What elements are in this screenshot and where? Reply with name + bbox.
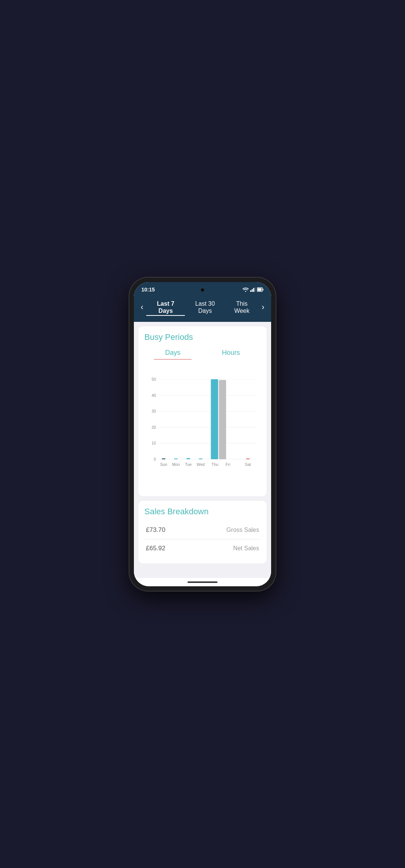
- net-sales-row: £65.92 Net Sales: [144, 539, 261, 557]
- nav-header: ‹ Last 7 Days Last 30 Days This Week ›: [134, 294, 271, 322]
- signal-icon: [250, 287, 255, 292]
- bar-chart: 50 40 30 20 10 0: [144, 363, 261, 490]
- svg-rect-19: [162, 458, 166, 459]
- nav-right-arrow[interactable]: ›: [259, 301, 267, 314]
- status-icons: [243, 287, 264, 292]
- gross-sales-row: £73.70 Gross Sales: [144, 521, 261, 539]
- chart-tabs: Days Hours: [144, 347, 261, 360]
- svg-rect-24: [219, 380, 226, 459]
- svg-text:Sat: Sat: [245, 462, 251, 467]
- svg-text:50: 50: [152, 377, 156, 381]
- svg-rect-23: [211, 379, 218, 459]
- gross-sales-value: £73.70: [146, 526, 165, 534]
- chart-tab-days[interactable]: Days: [154, 347, 192, 360]
- svg-rect-1: [252, 289, 253, 292]
- svg-rect-2: [253, 288, 254, 292]
- svg-text:Fri: Fri: [226, 462, 230, 467]
- phone-screen: 10:15: [134, 282, 271, 586]
- chart-container: 50 40 30 20 10 0: [144, 363, 261, 490]
- status-bar: 10:15: [134, 282, 271, 294]
- tab-thisweek[interactable]: This Week: [225, 299, 258, 316]
- home-indicator: [134, 578, 271, 586]
- busy-periods-title: Busy Periods: [144, 332, 261, 342]
- svg-rect-5: [258, 288, 262, 291]
- svg-rect-3: [255, 287, 255, 292]
- svg-text:40: 40: [152, 393, 156, 397]
- nav-left-arrow[interactable]: ‹: [138, 301, 146, 314]
- chart-tab-hours[interactable]: Hours: [211, 347, 251, 360]
- svg-text:10: 10: [152, 441, 156, 445]
- svg-rect-21: [186, 458, 190, 459]
- sales-breakdown-title: Sales Breakdown: [144, 507, 261, 517]
- gross-sales-label: Gross Sales: [226, 527, 259, 533]
- battery-icon: [257, 287, 264, 292]
- net-sales-value: £65.92: [146, 545, 165, 552]
- svg-rect-22: [199, 458, 202, 459]
- svg-text:Mon: Mon: [172, 462, 180, 467]
- svg-rect-6: [263, 289, 264, 290]
- svg-text:20: 20: [152, 425, 156, 429]
- svg-rect-0: [250, 290, 251, 292]
- svg-text:Thu: Thu: [212, 462, 218, 467]
- svg-text:30: 30: [152, 409, 156, 413]
- svg-text:Wed: Wed: [196, 462, 205, 467]
- svg-text:0: 0: [154, 457, 156, 461]
- sales-breakdown-card: Sales Breakdown £73.70 Gross Sales £65.9…: [138, 501, 267, 563]
- wifi-icon: [243, 287, 249, 292]
- tab-last7days[interactable]: Last 7 Days: [146, 299, 185, 316]
- net-sales-label: Net Sales: [233, 545, 259, 552]
- busy-periods-card: Busy Periods Days Hours: [138, 326, 267, 496]
- camera-dot: [201, 288, 204, 292]
- svg-text:Tue: Tue: [185, 462, 192, 467]
- svg-text:Sun: Sun: [160, 462, 167, 467]
- status-time: 10:15: [141, 287, 155, 293]
- svg-rect-25: [246, 458, 250, 459]
- phone-frame: 10:15: [129, 278, 276, 591]
- content-area: Busy Periods Days Hours: [134, 322, 271, 578]
- nav-tabs: Last 7 Days Last 30 Days This Week: [146, 299, 258, 316]
- svg-rect-20: [174, 458, 178, 459]
- home-bar: [188, 581, 218, 583]
- tab-last30days[interactable]: Last 30 Days: [185, 299, 225, 316]
